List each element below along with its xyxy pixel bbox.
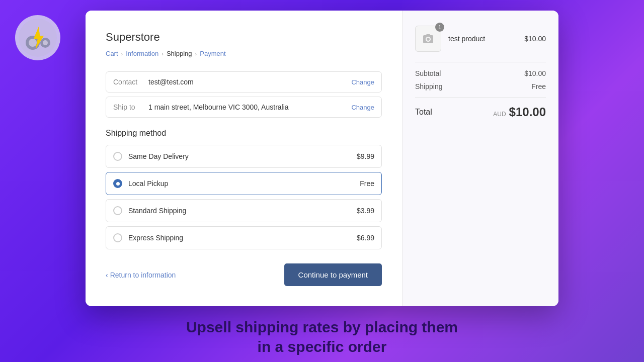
ship-to-label: Ship to: [113, 103, 148, 111]
logo-area: [15, 15, 60, 60]
breadcrumb: Cart › Information › Shipping › Payment: [106, 50, 382, 57]
svg-point-3: [29, 39, 37, 47]
store-title: Superstore: [106, 31, 382, 44]
footer-row: ‹ Return to information Continue to paym…: [106, 263, 382, 286]
camera-icon: [422, 33, 434, 45]
shipping-option-express[interactable]: Express Shipping $6.99: [106, 226, 382, 249]
standard-label: Standard Shipping: [128, 207, 357, 215]
product-price: $10.00: [524, 35, 546, 43]
product-thumbnail: 1: [415, 26, 441, 52]
logo-svg: [18, 18, 58, 58]
divider-1: [415, 62, 546, 62]
shipping-row: Shipping Free: [415, 82, 546, 90]
local-pickup-price: Free: [360, 179, 374, 188]
ship-to-value: 1 main street, Melbourne VIC 3000, Austr…: [148, 103, 351, 111]
svg-point-4: [43, 40, 48, 45]
contact-value: test@test.com: [148, 78, 351, 86]
radio-same-day: [113, 152, 122, 161]
back-chevron: ‹: [106, 271, 108, 279]
product-name: test product: [448, 35, 517, 43]
product-row: 1 test product $10.00: [415, 26, 546, 52]
express-price: $6.99: [357, 234, 374, 242]
radio-express: [113, 233, 122, 242]
continue-button[interactable]: Continue to payment: [284, 263, 382, 286]
shipping-value: Free: [531, 82, 546, 90]
subtotal-label: Subtotal: [415, 69, 441, 77]
left-panel: Superstore Cart › Information › Shipping…: [86, 11, 403, 306]
contact-change[interactable]: Change: [351, 78, 374, 86]
back-link[interactable]: ‹ Return to information: [106, 271, 176, 279]
total-label: Total: [415, 108, 432, 117]
total-currency: AUD: [493, 111, 506, 118]
subtotal-row: Subtotal $10.00: [415, 69, 546, 77]
same-day-label: Same Day Delivery: [128, 152, 357, 160]
app-logo: [15, 15, 60, 60]
same-day-price: $9.99: [357, 152, 374, 160]
shipping-method-title: Shipping method: [106, 129, 382, 138]
bottom-line2: in a specific order: [258, 338, 387, 355]
divider-2: [415, 98, 546, 98]
total-amount-group: AUD $10.00: [493, 105, 546, 119]
product-badge: 1: [435, 23, 444, 32]
total-amount: $10.00: [509, 105, 546, 119]
breadcrumb-information[interactable]: Information: [126, 50, 158, 57]
bottom-line1: Upsell shipping rates by placing them: [186, 319, 458, 335]
contact-label: Contact: [113, 78, 148, 86]
breadcrumb-cart[interactable]: Cart: [106, 50, 118, 57]
main-card: Superstore Cart › Information › Shipping…: [86, 11, 558, 306]
back-label: Return to information: [110, 271, 176, 279]
express-label: Express Shipping: [128, 234, 357, 242]
radio-standard: [113, 206, 122, 215]
standard-price: $3.99: [357, 207, 374, 215]
right-panel: 1 test product $10.00 Subtotal $10.00 Sh…: [403, 11, 558, 306]
shipping-option-standard[interactable]: Standard Shipping $3.99: [106, 199, 382, 222]
radio-inner-dot: [116, 182, 120, 186]
radio-local-pickup: [113, 179, 122, 188]
shipping-label: Shipping: [415, 82, 443, 90]
breadcrumb-sep-2: ›: [162, 51, 164, 57]
subtotal-value: $10.00: [524, 69, 546, 77]
breadcrumb-shipping[interactable]: Shipping: [167, 50, 192, 57]
contact-row: Contact test@test.com Change: [106, 71, 382, 93]
ship-to-row: Ship to 1 main street, Melbourne VIC 300…: [106, 97, 382, 118]
shipping-option-local-pickup[interactable]: Local Pickup Free: [106, 172, 382, 195]
breadcrumb-sep-3: ›: [195, 51, 197, 57]
ship-to-change[interactable]: Change: [351, 104, 374, 111]
total-row: Total AUD $10.00: [415, 105, 546, 119]
shipping-option-same-day[interactable]: Same Day Delivery $9.99: [106, 145, 382, 168]
bottom-text: Upsell shipping rates by placing them in…: [186, 317, 458, 356]
breadcrumb-payment[interactable]: Payment: [200, 50, 225, 57]
local-pickup-label: Local Pickup: [128, 179, 360, 188]
breadcrumb-sep-1: ›: [121, 51, 123, 57]
